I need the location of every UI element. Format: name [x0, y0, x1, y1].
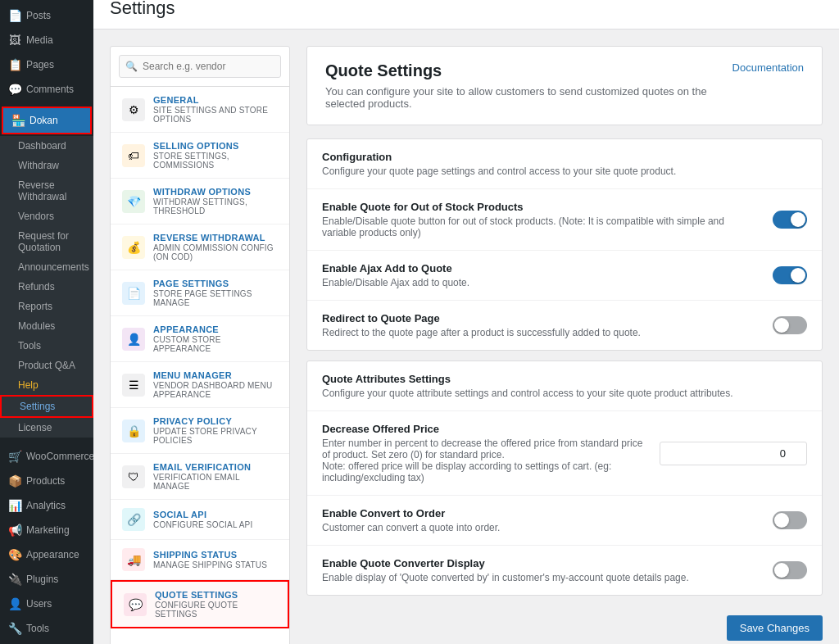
decrease-price-input[interactable] [660, 442, 807, 465]
row-title-redirect: Redirect to Quote Page [322, 312, 756, 324]
sidebar-item-woocommerce[interactable]: 🛒 WooCommerce [0, 444, 93, 469]
settings-menu-page-settings[interactable]: 📄 PAGE SETTINGS STORE PAGE SETTINGS MANA… [111, 270, 289, 316]
settings-menu-shipping-status[interactable]: 🚚 SHIPPING STATUS MANAGE SHIPPING STATUS [111, 540, 289, 580]
settings-menu-appearance[interactable]: 👤 APPEARANCE CUSTOM STORE APPEARANCE [111, 316, 289, 362]
top-bar: Settings [93, 0, 839, 29]
settings-search-input[interactable] [119, 55, 281, 78]
admin-sidebar: 📄 Posts 🖼 Media 📋 Pages 💬 Comments 🏪 Dok… [0, 0, 93, 644]
settings-menu-selling-options[interactable]: 🏷 SELLING OPTIONS STORE SETTINGS, COMMIS… [111, 133, 289, 179]
sidebar-item-settings-wp[interactable]: ⚙ Settings [0, 641, 93, 644]
toggle-quote-converter-display[interactable] [773, 561, 807, 579]
toggle-enable-ajax[interactable] [773, 266, 807, 284]
row-enable-quote-converter-display: Enable Quote Converter Display Enable di… [307, 546, 822, 595]
dokan-submenu-modules[interactable]: Modules [0, 316, 93, 336]
search-wrapper: 🔍 [119, 55, 281, 78]
settings-menu-menu-manager[interactable]: ☰ MENU MANAGER VENDOR DASHBOARD MENU APP… [111, 362, 289, 408]
sidebar-item-media[interactable]: 🖼 Media [0, 28, 93, 52]
documentation-link[interactable]: Documentation [732, 61, 804, 74]
general-icon: ⚙ [122, 98, 145, 121]
dokan-submenu-reports[interactable]: Reports [0, 297, 93, 316]
appearance-settings-icon: 👤 [122, 328, 145, 351]
toggle-slider-convert-order [773, 511, 807, 529]
social-icon: 🔗 [122, 508, 145, 531]
configuration-card: Configuration Configure your quote page … [306, 138, 823, 351]
sidebar-item-analytics[interactable]: 📊 Analytics [0, 493, 93, 518]
settings-menu-privacy-policy[interactable]: 🔒 PRIVACY POLICY UPDATE STORE PRIVACY PO… [111, 408, 289, 454]
sidebar-item-posts[interactable]: 📄 Posts [0, 3, 93, 28]
row-redirect-to-quote: Redirect to Quote Page Redirect to the q… [307, 301, 822, 350]
row-desc-ajax: Enable/Disable Ajax add to quote. [322, 277, 756, 288]
row-enable-convert-to-order: Enable Convert to Order Customer can con… [307, 496, 822, 546]
woocommerce-icon: 🛒 [8, 450, 21, 463]
dokan-submenu-license[interactable]: License [0, 418, 93, 438]
row-decrease-offered-price: Decrease Offered Price Enter number in p… [307, 411, 822, 496]
dokan-submenu-announcements[interactable]: Announcements [0, 257, 93, 277]
media-icon: 🖼 [8, 34, 21, 47]
main-content: Settings 🔍 ⚙ GENERAL SITE SETTINGS AND S… [93, 0, 839, 644]
quote-settings-desc: You can configure your site to allow cus… [325, 85, 732, 110]
quote-attributes-card: Quote Attributes Settings Configure your… [306, 361, 823, 596]
row-desc-redirect: Redirect to the quote page after a produ… [322, 327, 756, 338]
row-enable-quote-out-of-stock: Enable Quote for Out of Stock Products E… [307, 189, 822, 251]
sidebar-item-dokan[interactable]: 🏪 Dokan [3, 108, 90, 133]
users-icon: 👤 [8, 597, 21, 610]
pages-icon: 📋 [8, 58, 21, 71]
dokan-submenu-dashboard[interactable]: Dashboard [0, 136, 93, 156]
sidebar-item-users[interactable]: 👤 Users [0, 592, 93, 616]
settings-menu-reverse-withdrawal[interactable]: 💰 REVERSE WITHDRAWAL ADMIN COMMISSION CO… [111, 224, 289, 270]
general-text: GENERAL SITE SETTINGS AND STORE OPTIONS [153, 95, 278, 124]
settings-menu-general[interactable]: ⚙ GENERAL SITE SETTINGS AND STORE OPTION… [111, 87, 289, 133]
dokan-submenu-reverse-withdrawal[interactable]: Reverse Withdrawal [0, 175, 93, 206]
dokan-submenu-vendors[interactable]: Vendors [0, 206, 93, 226]
sidebar-item-pages[interactable]: 📋 Pages [0, 52, 93, 77]
save-changes-button[interactable]: Save Changes [727, 615, 823, 641]
products-icon: 📦 [8, 474, 21, 488]
quote-attributes-title: Quote Attributes Settings [322, 373, 807, 385]
dokan-submenu-request-for-quotation[interactable]: Request for Quotation [0, 226, 93, 257]
quote-settings-title: Quote Settings [325, 61, 732, 80]
toggle-enable-quote-out-of-stock[interactable] [773, 211, 807, 229]
appearance-icon: 🎨 [8, 548, 21, 561]
row-enable-ajax-add-to-quote: Enable Ajax Add to Quote Enable/Disable … [307, 251, 822, 301]
sidebar-item-products[interactable]: 📦 Products [0, 469, 93, 493]
save-btn-container: Save Changes [306, 605, 823, 644]
shipping-icon: 🚚 [122, 548, 145, 571]
row-desc-decrease-price: Enter number in percent to decrease the … [322, 438, 643, 483]
toggle-slider-converter-display [773, 561, 807, 579]
dokan-submenu-help[interactable]: Help [0, 375, 93, 395]
quote-header: Quote Settings You can configure your si… [306, 46, 823, 125]
dokan-submenu-withdraw[interactable]: Withdraw [0, 156, 93, 175]
sidebar-item-appearance[interactable]: 🎨 Appearance [0, 542, 93, 567]
settings-menu-withdraw-options[interactable]: 💎 WITHDRAW OPTIONS WITHDRAW SETTINGS, TH… [111, 179, 289, 224]
dokan-submenu-tools[interactable]: Tools [0, 336, 93, 356]
dokan-submenu-settings[interactable]: Settings [0, 395, 93, 418]
settings-menu-social-api[interactable]: 🔗 SOCIAL API CONFIGURE SOCIAL API [111, 500, 289, 540]
sidebar-item-marketing[interactable]: 📢 Marketing [0, 518, 93, 542]
email-icon: 🛡 [122, 465, 145, 488]
dokan-submenu-product-qa[interactable]: Product Q&A [0, 356, 93, 375]
settings-search-container: 🔍 [111, 47, 289, 87]
sidebar-item-comments[interactable]: 💬 Comments [0, 77, 93, 102]
dokan-submenu: Dashboard Withdraw Reverse Withdrawal Ve… [0, 136, 93, 438]
dokan-submenu-refunds[interactable]: Refunds [0, 277, 93, 297]
plugins-icon: 🔌 [8, 573, 21, 586]
row-desc-out-of-stock: Enable/Disable quote button for out of s… [322, 215, 756, 238]
sidebar-item-tools-wp[interactable]: 🔧 Tools [0, 616, 93, 641]
toggle-redirect-to-quote[interactable] [773, 316, 807, 334]
toggle-slider-out-of-stock [773, 211, 807, 229]
sidebar-item-plugins[interactable]: 🔌 Plugins [0, 567, 93, 592]
row-title-ajax: Enable Ajax Add to Quote [322, 262, 756, 274]
row-title-convert-order: Enable Convert to Order [322, 507, 756, 519]
settings-menu-quote-settings[interactable]: 💬 QUOTE SETTINGS CONFIGURE QUOTE SETTING… [111, 580, 289, 628]
marketing-icon: 📢 [8, 524, 21, 537]
row-title-converter-display: Enable Quote Converter Display [322, 557, 756, 569]
analytics-icon: 📊 [8, 499, 21, 512]
settings-menu-email-verification[interactable]: 🛡 EMAIL VERIFICATION VERIFICATION EMAIL … [111, 454, 289, 500]
row-title-out-of-stock: Enable Quote for Out of Stock Products [322, 201, 756, 213]
content-area: 🔍 ⚙ GENERAL SITE SETTINGS AND STORE OPTI… [93, 29, 839, 644]
toggle-slider-redirect [773, 316, 807, 334]
tools-icon: 🔧 [8, 622, 21, 635]
configuration-title: Configuration [322, 151, 807, 163]
toggle-convert-to-order[interactable] [773, 511, 807, 529]
reverse-withdrawal-icon: 💰 [122, 236, 145, 259]
